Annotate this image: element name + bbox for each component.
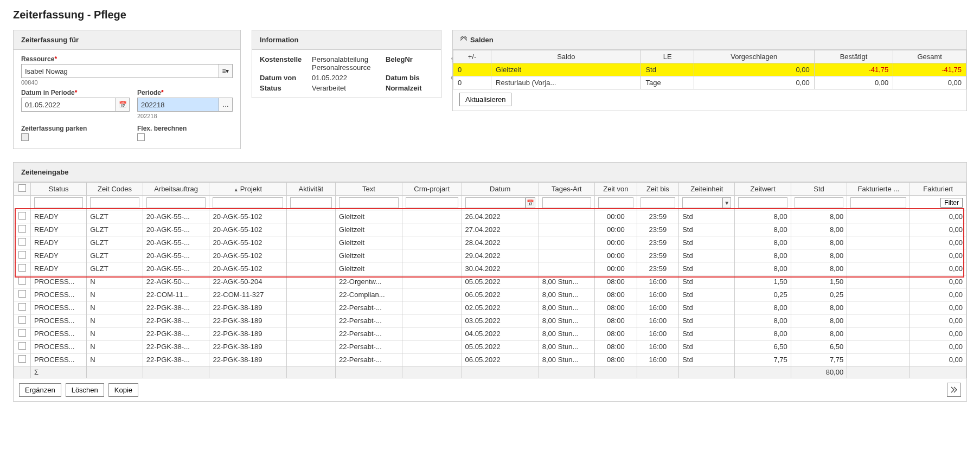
table-row[interactable]: PROCESS...N22-AGK-50-...22-AGK-50-20422-… [14, 275, 966, 288]
table-row[interactable]: PROCESS...N22-COM-11...22-COM-11-32722-C… [14, 288, 966, 301]
info-belegnr-k: BelegNr [386, 55, 434, 72]
bal-col-1: Saldo [491, 50, 641, 63]
loeschen-button[interactable]: Löschen [66, 383, 104, 397]
zcol-5[interactable]: Text [336, 183, 402, 196]
filter-datum[interactable] [465, 197, 526, 208]
zeiten-title: Zeiteneingabe [14, 163, 966, 182]
ressource-input[interactable]: Isabel Nowag [21, 64, 219, 78]
zcol-12[interactable]: Zeitwert [735, 183, 791, 196]
zcol-15[interactable]: Fakturiert [910, 183, 966, 196]
ressource-code: 00840 [21, 79, 233, 86]
select-all-checkbox[interactable] [18, 184, 26, 192]
filter-input-10[interactable] [640, 197, 676, 208]
panel-header[interactable]: Salden [453, 30, 966, 50]
table-row[interactable]: READYGLZT20-AGK-55-...20-AGK-55-102Gleit… [14, 262, 966, 275]
filter-input-8[interactable] [542, 197, 591, 208]
row-checkbox[interactable] [18, 329, 26, 337]
table-row[interactable]: PROCESS...N22-PGK-38-...22-PGK-38-18922-… [14, 314, 966, 327]
table-row[interactable]: READYGLZT20-AGK-55-...20-AGK-55-102Gleit… [14, 210, 966, 223]
filter-input-12[interactable] [738, 197, 787, 208]
periode-sub: 202218 [137, 113, 233, 119]
calendar-icon[interactable]: 📅 [116, 98, 130, 112]
chevron-down-icon[interactable]: ▼ [722, 197, 731, 208]
row-checkbox[interactable] [18, 225, 26, 233]
info-status-v: Verarbeitet [312, 84, 382, 92]
calendar-icon[interactable]: 📅 [526, 197, 535, 208]
filter-input-0[interactable] [34, 197, 83, 208]
filter-input-4[interactable] [290, 197, 332, 208]
bal-col-3: Vorgeschlagen [694, 50, 814, 63]
zcol-9[interactable]: Zeit von [595, 183, 637, 196]
filter-input-1[interactable] [90, 197, 139, 208]
filter-input-2[interactable] [146, 197, 206, 208]
label-parken: Zeiterfassung parken [21, 125, 130, 132]
periode-input[interactable]: 202218 [137, 98, 219, 112]
filter-input-6[interactable] [406, 197, 458, 208]
zcol-6[interactable]: Crm-projart [402, 183, 462, 196]
info-status-k: Status [260, 84, 309, 92]
table-row[interactable]: PROCESS...N22-PGK-38-...22-PGK-38-18922-… [14, 301, 966, 314]
periode-lookup-icon[interactable]: … [219, 98, 233, 112]
collapse-icon[interactable] [460, 36, 467, 44]
filter-input-3[interactable] [213, 197, 283, 208]
parken-checkbox[interactable] [21, 133, 29, 141]
row-checkbox[interactable] [18, 238, 26, 246]
info-kostenstelle-v: Personalabteilung Personalressource [312, 55, 382, 72]
filter-input-5[interactable] [339, 197, 399, 208]
zcol-7[interactable]: Datum [462, 183, 539, 196]
zcol-1[interactable]: Zeit Codes [87, 183, 143, 196]
bal-row[interactable]: 0Resturlaub (Vorja...Tage0,000,000,00 [453, 76, 966, 89]
zcol-11[interactable]: Zeiteinheit [679, 183, 735, 196]
row-checkbox[interactable] [18, 342, 26, 350]
panel-header: Zeiterfassung für [14, 30, 240, 50]
panel-zeiterfassung-fuer: Zeiterfassung für Ressource Isabel Nowag… [13, 30, 241, 149]
info-normalzeit-k: Normalzeit [386, 84, 434, 92]
filter-input-9[interactable] [598, 197, 633, 208]
save-flag-icon[interactable] [947, 383, 961, 397]
page-title: Zeiterfassung - Pflege [13, 9, 967, 21]
row-checkbox[interactable] [18, 264, 26, 272]
table-row[interactable]: READYGLZT20-AGK-55-...20-AGK-55-102Gleit… [14, 223, 966, 236]
filter-button[interactable]: Filter [940, 198, 963, 208]
table-row[interactable]: PROCESS...N22-PGK-38-...22-PGK-38-18922-… [14, 327, 966, 340]
kopie-button[interactable]: Kopie [108, 383, 138, 397]
zcol-2[interactable]: Arbeitsauftrag [143, 183, 209, 196]
aktualisieren-button[interactable]: Aktualisieren [459, 93, 511, 106]
panel-header: Information [252, 30, 441, 50]
row-checkbox[interactable] [18, 212, 26, 220]
ressource-lookup-icon[interactable]: ≡▾ [219, 64, 233, 78]
row-checkbox[interactable] [18, 303, 26, 311]
datum-periode-input[interactable]: 01.05.2022 [21, 98, 116, 112]
row-checkbox[interactable] [18, 355, 26, 363]
table-row[interactable]: READYGLZT20-AGK-55-...20-AGK-55-102Gleit… [14, 236, 966, 249]
info-datum-von-k: Datum von [260, 74, 309, 82]
zcol-0[interactable]: Status [31, 183, 87, 196]
label-ressource: Ressource [21, 55, 233, 63]
zcol-3[interactable]: Projekt [209, 183, 286, 196]
sum-std: 80,00 [791, 366, 847, 378]
ergaenzen-button[interactable]: Ergänzen [19, 383, 61, 397]
flex-checkbox[interactable] [137, 133, 145, 141]
zcol-13[interactable]: Std [791, 183, 847, 196]
bal-row[interactable]: 0GleitzeitStd0,00-41,75-41,75 [453, 63, 966, 76]
bal-col-0: +/- [453, 50, 491, 63]
row-checkbox[interactable] [18, 277, 26, 285]
row-checkbox[interactable] [18, 251, 26, 259]
info-datum-bis-k: Datum bis [386, 74, 434, 82]
info-kostenstelle-k: Kostenstelle [260, 55, 309, 72]
row-checkbox[interactable] [18, 316, 26, 324]
row-checkbox[interactable] [18, 290, 26, 298]
sum-label: Σ [31, 366, 87, 378]
filter-ze[interactable] [682, 197, 722, 208]
table-row[interactable]: PROCESS...N22-PGK-38-...22-PGK-38-18922-… [14, 353, 966, 366]
zcol-14[interactable]: Fakturierte ... [847, 183, 910, 196]
zcol-8[interactable]: Tages-Art [539, 183, 594, 196]
filter-input-14[interactable] [850, 197, 906, 208]
filter-input-13[interactable] [795, 197, 843, 208]
label-periode: Periode [137, 89, 233, 96]
label-datum-periode: Datum in Periode [21, 89, 130, 96]
table-row[interactable]: READYGLZT20-AGK-55-...20-AGK-55-102Gleit… [14, 249, 966, 262]
table-row[interactable]: PROCESS...N22-PGK-38-...22-PGK-38-18922-… [14, 340, 966, 353]
zcol-4[interactable]: Aktivität [286, 183, 335, 196]
zcol-10[interactable]: Zeit bis [637, 183, 679, 196]
